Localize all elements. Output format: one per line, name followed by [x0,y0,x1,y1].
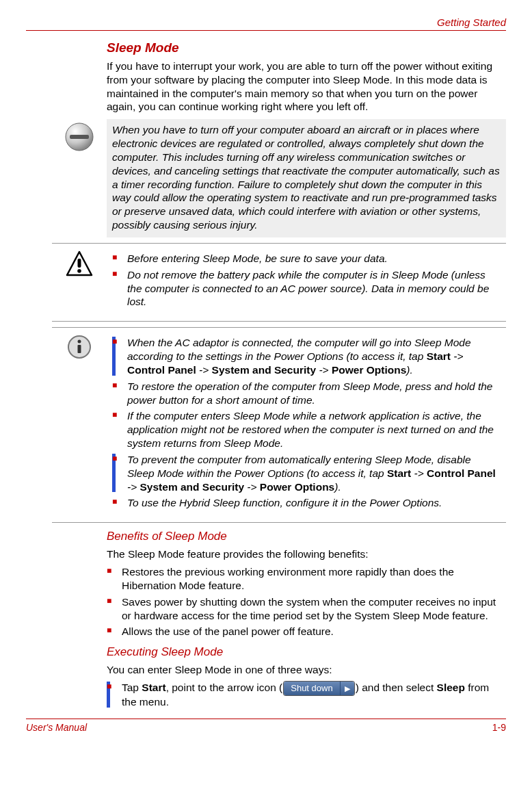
info-text: When the AC adaptor is connected, the co… [107,332,506,518]
info-item: If the computer enters Sleep Mode while … [112,409,501,450]
svg-point-6 [78,340,81,344]
caution-callout: Before entering Sleep Mode, be sure to s… [52,243,506,322]
executing-list: Tap Start, point to the arrow icon (Shut… [107,681,506,709]
info-item: To use the Hybrid Sleep function, config… [112,496,501,510]
caution-text: Before entering Sleep Mode, be sure to s… [107,248,506,317]
svg-point-4 [77,269,81,273]
svg-rect-7 [78,345,81,353]
note-text: When you have to turn off your computer … [107,119,506,237]
info-icon [67,335,92,359]
benefit-item: Saves power by shutting down the system … [107,595,506,623]
note-callout-aircraft: When you have to turn off your computer … [52,119,506,237]
executing-item: Tap Start, point to the arrow icon (Shut… [107,681,506,709]
note-icon [52,119,107,152]
caution-list: Before entering Sleep Mode, be sure to s… [112,252,501,309]
page: Getting Started Sleep Mode If you have t… [0,0,532,747]
page-content: Sleep Mode If you have to interrupt your… [107,40,506,709]
benefit-item: Restores the previous working environmen… [107,565,506,593]
sleep-mode-heading: Sleep Mode [107,40,506,55]
benefits-list: Restores the previous working environmen… [107,565,506,638]
page-header: Getting Started [26,16,506,31]
benefit-item: Allows the use of the panel power off fe… [107,625,506,638]
svg-rect-1 [70,135,89,139]
info-item: To prevent the computer from automatical… [112,453,501,493]
benefits-intro: The Sleep Mode feature provides the foll… [107,547,506,561]
info-callout: When the AC adaptor is connected, the co… [52,327,506,523]
footer-page-number: 1-9 [492,722,506,733]
caution-icon [66,250,93,278]
sleep-mode-intro: If you have to interrupt your work, you … [107,60,506,114]
caution-icon-col [52,248,107,278]
info-item: When the AC adaptor is connected, the co… [112,336,501,376]
page-footer: User's Manual 1-9 [26,719,506,733]
executing-heading: Executing Sleep Mode [107,645,506,659]
info-list: When the AC adaptor is connected, the co… [112,336,501,510]
info-icon-col [52,332,107,359]
shutdown-arrow-icon: ▶ [340,682,354,696]
disc-icon [64,122,94,152]
svg-rect-3 [78,259,81,268]
caution-item: Before entering Sleep Mode, be sure to s… [112,252,501,266]
benefits-heading: Benefits of Sleep Mode [107,530,506,543]
footer-manual-name: User's Manual [26,722,87,733]
header-section-name: Getting Started [437,16,506,28]
executing-intro: You can enter Sleep Mode in one of three… [107,663,506,677]
info-item: To restore the operation of the computer… [112,380,501,407]
caution-item: Do not remove the battery pack while the… [112,268,501,309]
shutdown-label: Shut down [284,682,339,696]
shutdown-button-graphic: Shut down▶ [284,682,354,696]
